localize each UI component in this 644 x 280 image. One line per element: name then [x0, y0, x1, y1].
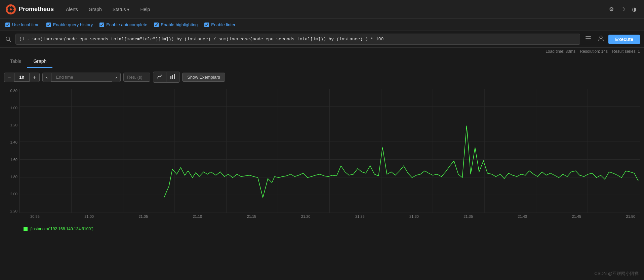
result-series-stat: Result series: 1 [612, 49, 640, 54]
resolution-input[interactable] [123, 73, 150, 82]
navbar: Prometheus Alerts Graph Status ▾ Help ⚙ … [0, 0, 644, 19]
time-increment-button[interactable]: + [29, 73, 40, 82]
nav-graph[interactable]: Graph [85, 4, 106, 15]
autocomplete-checkbox[interactable] [99, 23, 104, 27]
chart-line [164, 126, 638, 198]
legend-color-swatch [24, 227, 28, 231]
use-local-time-label[interactable]: Use local time [5, 22, 40, 27]
moon-icon[interactable]: ☽ [618, 4, 627, 14]
end-time-group: ‹ › [42, 73, 121, 82]
y-label-3: 1.40 [6, 140, 17, 144]
x-label-10: 21:45 [572, 214, 581, 218]
query-input[interactable] [15, 34, 580, 45]
x-label-2: 21:05 [138, 214, 148, 218]
query-history-checkbox[interactable] [46, 23, 51, 27]
time-nav-left-button[interactable]: ‹ [42, 73, 51, 82]
nav-links: Alerts Graph Status ▾ Help [62, 4, 607, 15]
execute-button[interactable]: Execute [608, 35, 640, 44]
settings-icon[interactable]: ⚙ [607, 4, 616, 14]
query-bar: Execute [0, 31, 644, 48]
y-label-0: 0.80 [6, 89, 17, 93]
x-label-1: 21:00 [84, 214, 94, 218]
autocomplete-label[interactable]: Enable autocomplete [99, 22, 147, 27]
svg-rect-15 [174, 74, 175, 79]
load-time-stat: Load time: 30ms [546, 49, 575, 54]
svg-line-8 [9, 40, 11, 42]
time-range-value: 1h [14, 73, 29, 82]
resolution-stat: Resolution: 14s [580, 49, 608, 54]
use-local-time-text: Use local time [12, 22, 40, 27]
time-decrement-button[interactable]: − [4, 73, 14, 82]
use-local-time-checkbox[interactable] [5, 23, 10, 27]
brand-name: Prometheus [19, 6, 54, 13]
highlighting-checkbox[interactable] [154, 23, 159, 27]
stats-row: Load time: 30ms Resolution: 14s Result s… [0, 48, 644, 55]
svg-rect-5 [6, 9, 8, 10]
tab-graph[interactable]: Graph [27, 55, 52, 68]
nav-status-btn[interactable]: Status ▾ [109, 4, 134, 15]
x-label-9: 21:40 [518, 214, 527, 218]
x-label-0: 20:55 [30, 214, 40, 218]
query-options-icon[interactable] [583, 34, 594, 45]
svg-point-7 [6, 37, 10, 41]
query-history-text: Enable query history [53, 22, 93, 27]
chart-svg-area [19, 89, 640, 213]
x-axis: 20:55 21:00 21:05 21:10 21:15 21:20 21:2… [19, 213, 640, 223]
svg-rect-6 [13, 9, 15, 10]
x-label-11: 21:50 [626, 214, 636, 218]
view-tabs: Table Graph [0, 55, 644, 68]
nav-alerts[interactable]: Alerts [62, 4, 82, 15]
nav-help[interactable]: Help [136, 4, 154, 15]
x-label-8: 21:35 [464, 214, 473, 218]
query-search-icon [4, 34, 13, 45]
highlighting-label[interactable]: Enable highlighting [154, 22, 198, 27]
end-time-input[interactable] [51, 73, 112, 82]
nav-icon-group: ⚙ ☽ ◑ [607, 4, 639, 14]
query-history-label[interactable]: Enable query history [46, 22, 93, 27]
autocomplete-text: Enable autocomplete [106, 22, 147, 27]
time-nav-right-button[interactable]: › [112, 73, 121, 82]
x-label-5: 21:20 [301, 214, 311, 218]
linter-checkbox[interactable] [204, 23, 209, 27]
x-label-6: 21:25 [355, 214, 365, 218]
user-icon[interactable] [596, 34, 606, 45]
line-chart-button[interactable] [153, 72, 166, 83]
chart-container: 2.20 2.00 1.80 1.60 1.40 1.20 1.00 0.80 [4, 86, 640, 235]
y-label-1: 1.00 [6, 106, 17, 110]
chevron-down-icon: ▾ [127, 7, 129, 12]
y-label-5: 1.80 [6, 175, 17, 179]
y-label-7: 2.20 [6, 209, 17, 213]
prometheus-logo-icon [5, 4, 16, 15]
svg-point-12 [600, 36, 602, 39]
y-axis: 2.20 2.00 1.80 1.60 1.40 1.20 1.00 0.80 [4, 89, 19, 213]
svg-rect-14 [172, 75, 173, 79]
options-toolbar: Use local time Enable query history Enab… [0, 19, 644, 31]
chart-legend: {instance="192.168.140.134:9100"} [4, 223, 640, 235]
query-actions: Execute [583, 34, 640, 45]
x-label-7: 21:30 [409, 214, 419, 218]
bar-chart-button[interactable] [166, 72, 179, 83]
watermark: CSDN @互联网小阿祥 [594, 271, 639, 277]
time-range-stepper: − 1h + [4, 73, 40, 82]
linter-text: Enable linter [211, 22, 235, 27]
x-label-4: 21:15 [247, 214, 256, 218]
chart-wrapper: 2.20 2.00 1.80 1.60 1.40 1.20 1.00 0.80 [4, 89, 640, 223]
svg-rect-4 [10, 12, 11, 14]
linter-label[interactable]: Enable linter [204, 22, 235, 27]
x-label-3: 21:10 [193, 214, 202, 218]
tab-table[interactable]: Table [4, 55, 27, 68]
legend-label: {instance="192.168.140.134:9100"} [30, 227, 93, 231]
circle-icon[interactable]: ◑ [630, 4, 639, 14]
y-label-4: 1.60 [6, 158, 17, 162]
svg-rect-11 [586, 40, 591, 40]
y-label-6: 2.00 [6, 192, 17, 196]
svg-rect-10 [586, 38, 591, 39]
svg-rect-13 [170, 76, 171, 79]
nav-status-dropdown[interactable]: Status ▾ [109, 4, 134, 15]
brand: Prometheus [5, 4, 54, 15]
svg-rect-9 [586, 36, 591, 37]
show-exemplars-button[interactable]: Show Exemplars [182, 73, 225, 82]
svg-rect-3 [10, 5, 11, 7]
y-label-2: 1.20 [6, 123, 17, 127]
chart-type-buttons [153, 72, 179, 83]
